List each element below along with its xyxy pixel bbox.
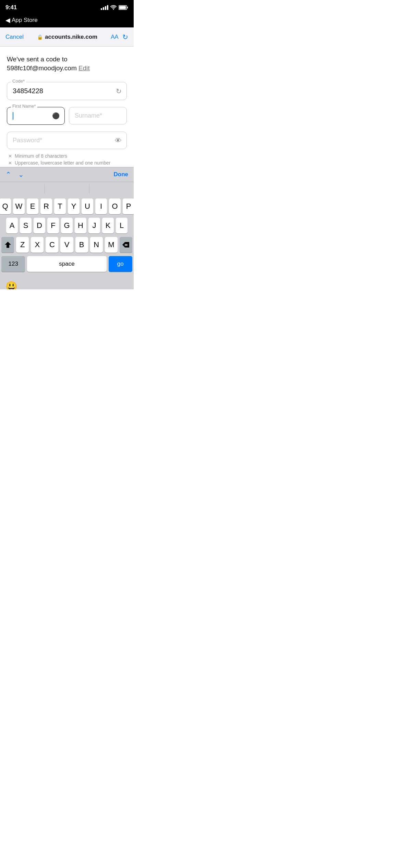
keyboard-row-4: 123 space go: [1, 256, 132, 272]
code-input[interactable]: 34854228 ↻: [7, 82, 127, 100]
key-k[interactable]: K: [102, 218, 114, 233]
status-bar: 9:41: [0, 0, 134, 15]
key-r[interactable]: R: [40, 198, 52, 214]
key-q[interactable]: Q: [0, 198, 11, 214]
key-w[interactable]: W: [13, 198, 25, 214]
key-n[interactable]: N: [90, 237, 103, 253]
cancel-button[interactable]: Cancel: [5, 34, 24, 40]
req-x-icon-1: ✕: [8, 154, 12, 159]
key-e[interactable]: E: [27, 198, 38, 214]
key-y[interactable]: Y: [68, 198, 80, 214]
back-arrow-icon: ◀: [5, 16, 10, 24]
browser-bar: Cancel 🔒 accounts.nike.com AA ↻: [0, 27, 134, 47]
key-h[interactable]: H: [75, 218, 86, 233]
wifi-icon: [110, 5, 117, 10]
key-t[interactable]: T: [54, 198, 66, 214]
key-u[interactable]: U: [82, 198, 93, 214]
req-min-chars-text: Minimum of 8 characters: [15, 153, 67, 159]
name-row: First Name* ⚫ Surname*: [7, 107, 127, 125]
keyboard: Q W E R T Y U I O P A S D F G H J K L Z …: [0, 196, 134, 277]
url-bar[interactable]: 🔒 accounts.nike.com: [28, 34, 107, 40]
eye-icon[interactable]: 👁: [115, 136, 122, 144]
code-value: 34854228: [13, 87, 43, 95]
svg-rect-2: [119, 6, 126, 9]
first-name-label: First Name*: [11, 104, 37, 109]
keyboard-row-3: Z X C V B N M: [1, 237, 132, 253]
req-case-number-text: Uppercase, lowercase letter and one numb…: [15, 160, 110, 166]
reload-icon[interactable]: ↻: [122, 33, 128, 41]
key-o[interactable]: O: [109, 198, 121, 214]
aa-button[interactable]: AA: [111, 34, 118, 40]
refresh-icon[interactable]: ↻: [116, 87, 122, 95]
key-g[interactable]: G: [61, 218, 73, 233]
numbers-key[interactable]: 123: [1, 256, 25, 272]
req-x-icon-2: ✕: [8, 160, 12, 166]
password-field-group: Password* 👁: [7, 132, 127, 149]
req-case-number: ✕ Uppercase, lowercase letter and one nu…: [8, 160, 127, 166]
signal-icon: [101, 5, 108, 10]
space-key[interactable]: space: [27, 256, 106, 272]
browser-actions: AA ↻: [111, 33, 128, 41]
toolbar-nav: ⌃ ⌄: [5, 170, 114, 179]
status-time: 9:41: [5, 4, 17, 11]
key-f[interactable]: F: [47, 218, 59, 233]
req-min-chars: ✕ Minimum of 8 characters: [8, 153, 127, 159]
first-name-input[interactable]: ⚫: [7, 107, 65, 125]
surname-placeholder: Surname*: [75, 112, 102, 119]
key-p[interactable]: P: [123, 198, 134, 214]
key-m[interactable]: M: [105, 237, 118, 253]
text-cursor: [13, 112, 13, 120]
page-content: We've sent a code to 598fc10f@moodjoy.co…: [0, 47, 134, 166]
bottom-area: 😃: [0, 277, 134, 289]
microphone-icon[interactable]: ⚫: [52, 112, 60, 120]
keyboard-toolbar: ⌃ ⌄ Done: [0, 167, 134, 182]
backspace-key[interactable]: [120, 237, 132, 253]
key-x[interactable]: X: [31, 237, 44, 253]
sent-code-message: We've sent a code to 598fc10f@moodjoy.co…: [7, 55, 127, 72]
done-button[interactable]: Done: [114, 171, 129, 178]
svg-rect-1: [127, 7, 128, 9]
emoji-key[interactable]: 😃: [5, 281, 17, 289]
key-d[interactable]: D: [34, 218, 45, 233]
go-key[interactable]: go: [109, 256, 132, 272]
back-label: App Store: [12, 17, 38, 24]
next-field-button[interactable]: ⌄: [18, 170, 24, 179]
prev-field-button[interactable]: ⌃: [5, 170, 11, 179]
keyboard-row-1: Q W E R T Y U I O P: [1, 198, 132, 214]
code-field-label: Code*: [11, 79, 26, 84]
key-j[interactable]: J: [88, 218, 100, 233]
predictive-text-bar: [0, 182, 134, 196]
password-input[interactable]: Password* 👁: [7, 132, 127, 149]
key-v[interactable]: V: [60, 237, 73, 253]
surname-input[interactable]: Surname*: [69, 107, 127, 124]
key-c[interactable]: C: [46, 237, 58, 253]
first-name-field-group: First Name* ⚫: [7, 107, 65, 125]
shift-key[interactable]: [1, 237, 14, 253]
edit-email-link[interactable]: Edit: [78, 64, 90, 72]
key-l[interactable]: L: [116, 218, 127, 233]
key-b[interactable]: B: [75, 237, 88, 253]
surname-field-group: Surname*: [69, 107, 127, 125]
keyboard-row-2: A S D F G H J K L: [1, 218, 132, 233]
key-a[interactable]: A: [6, 218, 18, 233]
back-nav[interactable]: ◀ App Store: [0, 15, 134, 27]
password-requirements: ✕ Minimum of 8 characters ✕ Uppercase, l…: [7, 153, 127, 166]
url-text: accounts.nike.com: [45, 34, 97, 40]
key-i[interactable]: I: [95, 198, 107, 214]
key-s[interactable]: S: [20, 218, 32, 233]
battery-icon: [119, 5, 128, 10]
password-placeholder: Password*: [13, 137, 42, 144]
key-z[interactable]: Z: [16, 237, 29, 253]
status-icons: [101, 5, 128, 10]
code-field-group: Code* 34854228 ↻: [7, 82, 127, 100]
lock-icon: 🔒: [37, 34, 43, 40]
